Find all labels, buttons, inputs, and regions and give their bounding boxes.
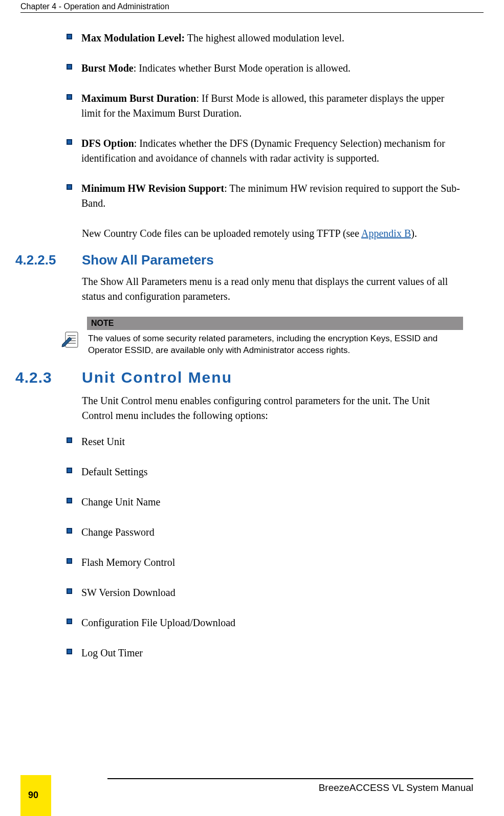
definition-term: Burst Mode [81, 62, 134, 74]
note-icon [60, 330, 81, 350]
section-title: Show All Parameters [82, 252, 214, 268]
menu-option: Default Settings [81, 465, 147, 479]
definition-item: Max Modulation Level: The highest allowe… [82, 31, 463, 46]
definition-body: : Indicates whether Burst Mode operation… [134, 62, 350, 74]
menu-option: Change Password [81, 525, 155, 540]
bullet-square-icon [67, 528, 72, 534]
list-item: Default Settings [82, 465, 463, 479]
menu-option: Change Unit Name [81, 495, 160, 510]
menu-option: Configuration File Upload/Download [81, 615, 235, 630]
section-4-2-2-5-heading: 4.2.2.5 Show All Parameters [15, 252, 463, 268]
bullet-square-icon [67, 64, 72, 70]
menu-option: Log Out Timer [81, 646, 143, 660]
bullet-square-icon [67, 498, 72, 503]
definition-text: Max Modulation Level: The highest allowe… [81, 31, 344, 46]
note-content: NOTE The values of some security related… [87, 317, 463, 360]
bullet-square-icon [67, 558, 72, 564]
list-item: SW Version Download [82, 585, 463, 600]
page-footer: BreezeACCESS VL System Manual 90 [0, 775, 504, 816]
definition-term: Max Modulation Level: [81, 32, 185, 43]
definition-text: Minimum HW Revision Support: The minimum… [81, 181, 463, 211]
definition-text: Maximum Burst Duration: If Burst Mode is… [81, 91, 463, 121]
definition-text: Burst Mode: Indicates whether Burst Mode… [81, 61, 350, 76]
page-header: Chapter 4 - Operation and Administration [20, 2, 484, 13]
page-number: 90 [28, 790, 38, 801]
list-item: Reset Unit [82, 434, 463, 449]
definition-term: Minimum HW Revision Support [81, 183, 224, 194]
menu-option: Reset Unit [81, 434, 125, 449]
list-item: Flash Memory Control [82, 555, 463, 570]
section-number: 4.2.3 [15, 369, 82, 386]
menu-option: SW Version Download [81, 585, 176, 600]
bullet-square-icon [67, 649, 72, 654]
bullet-square-icon [67, 588, 72, 594]
note-label: NOTE [87, 317, 463, 330]
manual-title: BreezeACCESS VL System Manual [319, 782, 473, 793]
section-423-body: The Unit Control menu enables configurin… [82, 393, 463, 423]
appendix-b-link[interactable]: Appendix B [361, 228, 411, 239]
definition-text: DFS Option: Indicates whether the DFS (D… [81, 136, 463, 166]
list-item: Log Out Timer [82, 646, 463, 660]
para-pre: New Country Code files can be uploaded r… [82, 228, 361, 239]
footer-rule [107, 778, 473, 779]
unit-control-menu-list: Reset Unit Default Settings Change Unit … [82, 434, 463, 660]
section-number: 4.2.2.5 [15, 252, 82, 268]
definition-item: Burst Mode: Indicates whether Burst Mode… [82, 61, 463, 76]
list-item: Change Password [82, 525, 463, 540]
list-item: Change Unit Name [82, 495, 463, 510]
definition-item: Maximum Burst Duration: If Burst Mode is… [82, 91, 463, 121]
definition-term: Maximum Burst Duration [81, 93, 196, 104]
chapter-title: Chapter 4 - Operation and Administration [20, 2, 169, 11]
section-4-2-3-heading: 4.2.3 Unit Control Menu [15, 369, 463, 386]
bullet-square-icon [67, 468, 72, 473]
section-4225-body: The Show All Parameters menu is a read o… [82, 274, 463, 304]
body-column: Max Modulation Level: The highest allowe… [82, 31, 463, 676]
list-item: Configuration File Upload/Download [82, 615, 463, 630]
bullet-square-icon [67, 94, 72, 100]
definition-term: DFS Option [81, 138, 134, 149]
bullet-square-icon [67, 619, 72, 624]
definition-body: : Indicates whether the DFS (Dynamic Fre… [81, 138, 445, 164]
definition-body: The highest allowed modulation level. [185, 32, 344, 43]
note-body: The values of some security related para… [87, 330, 463, 360]
bullet-square-icon [67, 437, 72, 443]
section-title: Unit Control Menu [82, 369, 232, 386]
definition-item: DFS Option: Indicates whether the DFS (D… [82, 136, 463, 166]
note-block: NOTE The values of some security related… [60, 317, 463, 360]
bullet-square-icon [67, 34, 72, 39]
bullet-square-icon [67, 139, 72, 145]
definition-item: Minimum HW Revision Support: The minimum… [82, 181, 463, 211]
country-code-paragraph: New Country Code files can be uploaded r… [82, 226, 463, 241]
page: Chapter 4 - Operation and Administration… [0, 0, 504, 816]
bullet-square-icon [67, 184, 72, 190]
menu-option: Flash Memory Control [81, 555, 175, 570]
para-post: ). [411, 228, 417, 239]
